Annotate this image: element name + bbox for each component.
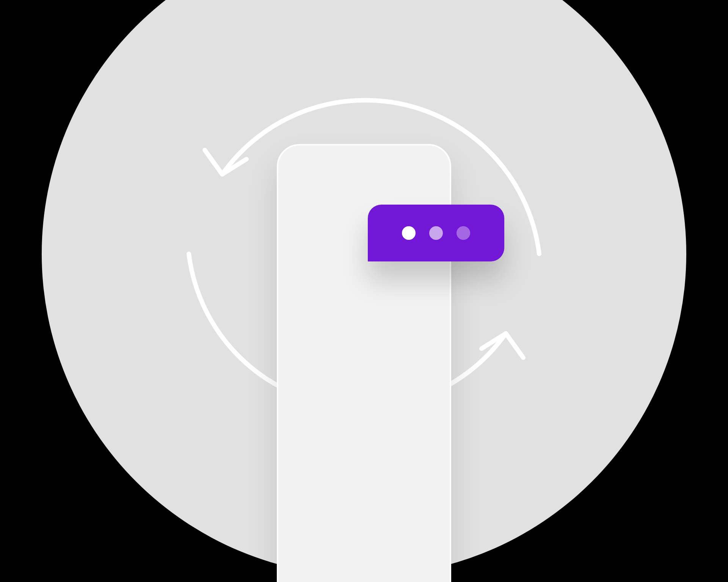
typing-dot-icon [457, 226, 470, 240]
typing-dot-icon [402, 226, 416, 240]
typing-indicator-bubble [368, 205, 504, 261]
sync-transfer-illustration [42, 0, 686, 576]
typing-dot-icon [429, 226, 443, 240]
